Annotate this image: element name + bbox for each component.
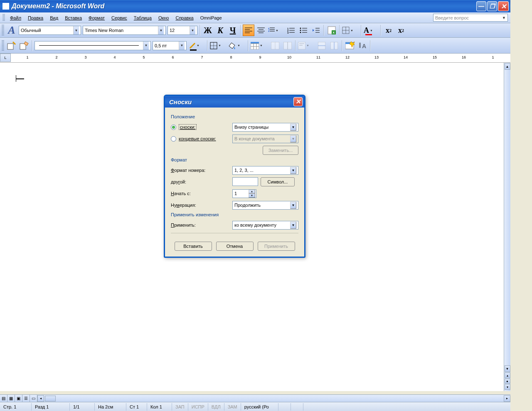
start-at-value[interactable] xyxy=(233,190,249,198)
spinner-down-icon[interactable]: ▼ xyxy=(249,193,255,198)
number-format-select[interactable]: 1, 2, 3, ... ▼ xyxy=(232,166,298,175)
normal-view-button[interactable]: ▤ xyxy=(0,395,7,402)
line-weight-combo[interactable]: 0,5 пт ▼ xyxy=(153,41,187,50)
status-ovr[interactable]: ЗАМ xyxy=(224,403,241,411)
draw-table-button[interactable] xyxy=(6,40,17,51)
browse-object-icon[interactable]: ● xyxy=(505,379,510,384)
bulleted-list-button[interactable] xyxy=(298,24,309,36)
toolbar-handle-icon[interactable] xyxy=(2,25,4,36)
next-page-icon[interactable]: ▾ xyxy=(505,384,510,390)
window-title: Документ2 - Microsoft Word xyxy=(12,2,476,10)
decrease-indent-button[interactable] xyxy=(310,24,322,36)
tab-selector-button[interactable]: L xyxy=(0,54,11,62)
change-text-direction-button[interactable]: ‖A xyxy=(357,40,368,51)
horizontal-scrollbar[interactable]: ◂ ▸ xyxy=(37,395,510,402)
menu-table[interactable]: Таблица xyxy=(131,14,155,22)
apply-to-select[interactable]: ко всему документу ▼ xyxy=(232,221,298,230)
endnotes-radio[interactable] xyxy=(171,136,176,142)
font-combo[interactable]: Times New Roman ▼ xyxy=(83,26,166,35)
web-layout-view-button[interactable]: ▦ xyxy=(7,395,15,402)
bold-button[interactable]: Ж xyxy=(202,24,214,36)
menu-window[interactable]: Окно xyxy=(155,14,172,22)
style-combo[interactable]: Обычный ▼ xyxy=(19,26,81,35)
status-save-icon[interactable] xyxy=(291,403,303,411)
svg-rect-49 xyxy=(298,42,305,49)
vertical-scrollbar[interactable]: ▲ ▼ ▴ ● ▾ xyxy=(504,63,510,391)
scroll-left-icon[interactable]: ◂ xyxy=(37,395,44,402)
spinner-up-icon[interactable]: ▲ xyxy=(249,190,255,194)
separator xyxy=(240,25,241,36)
border-color-button[interactable]: ▼ xyxy=(188,40,205,51)
menu-omnipage[interactable]: OmniPage xyxy=(197,14,225,22)
menu-file[interactable]: Файл xyxy=(7,14,25,22)
reading-layout-view-button[interactable]: ▭ xyxy=(30,395,37,402)
status-trk[interactable]: ИСПР xyxy=(188,403,208,411)
borders-button[interactable]: ▼ xyxy=(342,24,359,36)
dialog-title: Сноски xyxy=(169,98,293,105)
menubar-handle-icon[interactable] xyxy=(2,14,5,22)
table-autoformat-button[interactable] xyxy=(344,40,356,51)
help-search-input[interactable]: Введите вопрос ▼ xyxy=(433,14,508,22)
horizontal-ruler[interactable]: 123456789101112131415161 xyxy=(11,54,510,62)
minimize-button[interactable]: — xyxy=(476,1,486,11)
toolbar-handle-icon[interactable] xyxy=(2,40,4,51)
status-ext[interactable]: ВДЛ xyxy=(208,403,224,411)
svg-point-21 xyxy=(300,32,301,33)
menu-view[interactable]: Вид xyxy=(47,14,62,22)
numbering-select[interactable]: Продолжить ▼ xyxy=(232,201,298,210)
scroll-right-icon[interactable]: ▸ xyxy=(504,395,510,402)
symbol-button[interactable]: Символ... xyxy=(261,177,295,186)
start-at-spinner[interactable]: ▲ ▼ xyxy=(232,189,256,198)
status-spelling-icon[interactable] xyxy=(278,403,291,411)
align-center-button[interactable] xyxy=(255,24,267,36)
separator xyxy=(248,40,249,51)
dialog-close-button[interactable]: ✕ xyxy=(293,97,303,106)
status-rec[interactable]: ЗАП xyxy=(172,403,188,411)
outline-view-button[interactable]: ☰ xyxy=(22,395,30,402)
italic-button[interactable]: К xyxy=(214,24,226,36)
menu-help[interactable]: Справка xyxy=(172,14,197,22)
eraser-button[interactable] xyxy=(18,40,30,51)
merge-cells-button[interactable] xyxy=(269,40,281,51)
distribute-columns-button[interactable] xyxy=(328,40,340,51)
prev-page-icon[interactable]: ▴ xyxy=(505,372,510,378)
insert-button[interactable]: Вставить xyxy=(175,242,212,251)
subscript-button[interactable]: x2 xyxy=(395,24,407,36)
align-left-button[interactable] xyxy=(243,24,254,36)
split-cells-button[interactable] xyxy=(282,40,293,51)
menu-edit[interactable]: Правка xyxy=(25,14,47,22)
cell-alignment-button[interactable]: ▼ xyxy=(298,40,315,51)
close-button[interactable]: ✕ xyxy=(498,1,509,11)
menu-insert[interactable]: Вставка xyxy=(62,14,85,22)
cancel-button[interactable]: Отмена xyxy=(216,242,254,251)
svg-text:‖: ‖ xyxy=(359,42,361,48)
numbered-list-button[interactable]: 123 xyxy=(285,24,297,36)
insert-excel-button[interactable]: X xyxy=(326,24,337,36)
menu-format[interactable]: Формат xyxy=(85,14,108,22)
status-language[interactable]: русский (Ро xyxy=(241,403,278,411)
distribute-rows-button[interactable] xyxy=(316,40,328,51)
hscroll-thumb[interactable] xyxy=(45,396,56,401)
custom-mark-input[interactable] xyxy=(232,177,258,186)
font-size-combo[interactable]: 12 ▼ xyxy=(167,26,197,35)
numbering-label: Нумерация: xyxy=(171,203,196,208)
line-spacing-button[interactable]: ▼ xyxy=(268,24,284,36)
formatting-toolbar: A Обычный ▼ Times New Roman ▼ 12 ▼ Ж К Ч… xyxy=(0,23,510,38)
font-color-button[interactable]: A▼ xyxy=(363,24,379,36)
scroll-down-icon[interactable]: ▼ xyxy=(505,365,510,372)
line-style-combo[interactable]: ▼ xyxy=(34,41,151,50)
print-layout-view-button[interactable]: ▣ xyxy=(15,395,22,402)
dialog-titlebar[interactable]: Сноски ✕ xyxy=(165,96,304,108)
footnotes-radio[interactable] xyxy=(171,125,176,130)
outside-border-button[interactable]: ▼ xyxy=(209,40,227,51)
insert-table-button[interactable]: ▼ xyxy=(250,40,268,51)
number-format-label: Формат номера: xyxy=(171,168,205,173)
styles-icon[interactable]: A xyxy=(6,24,17,36)
underline-button[interactable]: Ч xyxy=(227,24,239,36)
superscript-button[interactable]: x2 xyxy=(383,24,394,36)
footnotes-location-select[interactable]: Внизу страницы ▼ xyxy=(232,123,298,132)
menu-tools[interactable]: Сервис xyxy=(108,14,131,22)
shading-color-button[interactable]: ▼ xyxy=(228,40,246,51)
scroll-up-icon[interactable]: ▲ xyxy=(505,63,510,70)
maximize-button[interactable]: ❐ xyxy=(487,1,497,11)
